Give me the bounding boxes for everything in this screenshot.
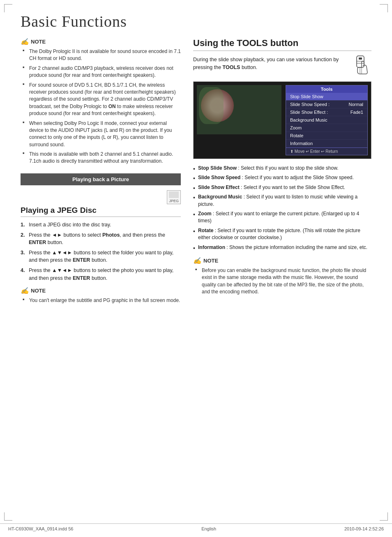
step-number: 3.	[21, 249, 26, 264]
note-item: The Dolby Prologic II is not available f…	[23, 48, 181, 62]
note-item: For 2 channel audio CD/MP3 playback, wir…	[23, 65, 181, 79]
right-column: Using the TOOLS button During the slide …	[193, 38, 371, 312]
note-item: Before you can enable the background mus…	[195, 267, 371, 296]
note-label-right: NOTE	[203, 258, 218, 264]
note-section-right: ✍ NOTE Before you can enable the backgro…	[193, 257, 371, 296]
tools-menu-item: Slide Show Speed :Normal	[286, 101, 367, 108]
note-heading-left: ✍ NOTE	[21, 38, 181, 46]
feature-item: Zoom : Select if you want to enlarge the…	[193, 210, 371, 225]
step-number: 4.	[21, 267, 26, 281]
feature-bold: Information	[198, 244, 225, 250]
feature-item: Stop Slide Show : Select this if you wan…	[193, 165, 371, 172]
note-section-left: ✍ NOTE The Dolby Prologic II is not avai…	[21, 38, 181, 165]
menu-item-value: Fade1	[350, 110, 363, 115]
feature-item: Rotate : Select if you want to rotate th…	[193, 227, 371, 242]
note-item: This mode is available with both 2 chann…	[23, 151, 181, 165]
tools-section-heading: Using the TOOLS button	[193, 38, 371, 51]
page-container: Basic Functions ✍ NOTE The Dolby Prologi…	[0, 0, 392, 537]
tools-screenshot: Tools Stop Slide ShowSlide Show Speed :N…	[193, 81, 371, 159]
jpeg-icon-wrap: JPEG	[21, 190, 181, 204]
tools-menu-item: Stop Slide Show	[286, 93, 367, 101]
note-item: For sound source of DVD 5.1 CH, BD 5.1/7…	[23, 82, 181, 118]
tools-menu-items: Stop Slide ShowSlide Show Speed :NormalS…	[286, 93, 367, 148]
note-label-left: NOTE	[31, 39, 46, 45]
feature-bold: Stop Slide Show	[198, 165, 237, 171]
corner-mark-tr	[380, 4, 388, 12]
feature-item: Slide Show Effect : Select if you want t…	[193, 184, 371, 191]
feature-item: Information : Shows the picture informat…	[193, 244, 371, 251]
feature-bold: Slide Show Speed	[198, 175, 240, 180]
step-number: 1.	[21, 221, 26, 228]
tools-menu-item: Information	[286, 140, 367, 148]
step-text: Insert a JPEG disc into the disc tray.	[29, 221, 181, 228]
tools-menu-item: Background Music	[286, 116, 367, 124]
feature-bold: Slide Show Effect	[198, 184, 240, 190]
jpeg-section-heading: Playing a JPEG Disc	[21, 206, 181, 217]
step-item: 3.Press the ▲▼◄► buttons to select the f…	[21, 249, 181, 264]
step-text: Press the ▲▼◄► buttons to select the fol…	[29, 249, 181, 264]
note-list-bottom-left: You can't enlarge the subtitle and PG gr…	[21, 297, 181, 304]
feature-bold: Zoom	[198, 211, 212, 217]
feature-item: Slide Show Speed : Select if you want to…	[193, 174, 371, 181]
step-text: Press the ◄► buttons to select Photos, a…	[29, 231, 181, 246]
tools-menu: Tools Stop Slide ShowSlide Show Speed :N…	[286, 85, 368, 155]
tools-menu-footer: ⬆ Move ↵ Enter ↩ Return	[286, 148, 367, 155]
tools-intro: During the slide show playback, you can …	[193, 56, 371, 76]
note-label-bottom-left: NOTE	[31, 288, 46, 294]
note-icon-left: ✍	[21, 38, 29, 46]
menu-item-label: Rotate	[290, 133, 303, 138]
corner-mark-bl	[4, 512, 12, 521]
page-footer: HT-C6930W_XAA_0914.indd 56 English 2010-…	[0, 523, 392, 531]
section-banner: Playing back a Picture	[21, 173, 181, 185]
step-item: 1.Insert a JPEG disc into the disc tray.	[21, 221, 181, 228]
jpeg-icon: JPEG	[167, 190, 181, 204]
left-column: ✍ NOTE The Dolby Prologic II is not avai…	[21, 38, 181, 312]
footer-left: HT-C6930W_XAA_0914.indd 56	[8, 526, 73, 531]
menu-item-label: Information	[290, 141, 313, 146]
note-item: When selecting Dolby Pro Logic II mode, …	[23, 120, 181, 149]
feature-bold: Background Music	[198, 194, 242, 200]
menu-item-label: Slide Show Effect :	[290, 110, 328, 115]
two-column-layout: ✍ NOTE The Dolby Prologic II is not avai…	[21, 38, 371, 312]
menu-item-label: Zoom	[290, 125, 302, 130]
note-icon-right: ✍	[193, 257, 201, 265]
note-item: You can't enlarge the subtitle and PG gr…	[23, 297, 181, 304]
corner-mark-br	[380, 512, 388, 521]
tools-menu-item: Rotate	[286, 132, 367, 140]
svg-rect-1	[359, 58, 362, 60]
menu-item-label: Slide Show Speed :	[290, 102, 330, 107]
step-number: 2.	[21, 231, 26, 246]
steps-list: 1.Insert a JPEG disc into the disc tray.…	[21, 221, 181, 282]
step-text: Press the ▲▼◄► buttons to select the pho…	[29, 267, 181, 281]
tools-menu-title: Tools	[286, 85, 367, 93]
tools-menu-item: Zoom	[286, 124, 367, 132]
corner-mark-tl	[4, 4, 12, 12]
footer-right: 2010-09-14 2:52:26	[344, 526, 384, 531]
feature-item: Background Music : Select if you want to…	[193, 194, 371, 208]
note-list-left: The Dolby Prologic II is not available f…	[21, 48, 181, 165]
note-heading-bottom-left: ✍ NOTE	[21, 287, 181, 295]
tools-intro-text: During the slide show playback, you can …	[193, 56, 347, 71]
note-list-right: Before you can enable the background mus…	[193, 267, 371, 296]
menu-item-label: Stop Slide Show	[290, 94, 323, 99]
step-item: 4.Press the ▲▼◄► buttons to select the p…	[21, 267, 181, 281]
note-section-bottom-left: ✍ NOTE You can't enlarge the subtitle an…	[21, 287, 181, 304]
feature-bold: Rotate	[198, 228, 213, 233]
menu-item-value: Normal	[349, 102, 363, 107]
tools-menu-footer-text: ⬆ Move ↵ Enter ↩ Return	[290, 149, 338, 154]
note-heading-right: ✍ NOTE	[193, 257, 371, 265]
feature-list: Stop Slide Show : Select this if you wan…	[193, 165, 371, 251]
footer-language: English	[201, 526, 216, 531]
tools-menu-item: Slide Show Effect :Fade1	[286, 108, 367, 116]
tools-hand-icon	[352, 54, 371, 76]
page-title: Basic Functions	[21, 12, 371, 30]
banner-text: Playing back a Picture	[72, 176, 129, 182]
note-icon-bottom-left: ✍	[21, 287, 29, 295]
step-item: 2.Press the ◄► buttons to select Photos,…	[21, 231, 181, 246]
menu-item-label: Background Music	[290, 118, 327, 122]
